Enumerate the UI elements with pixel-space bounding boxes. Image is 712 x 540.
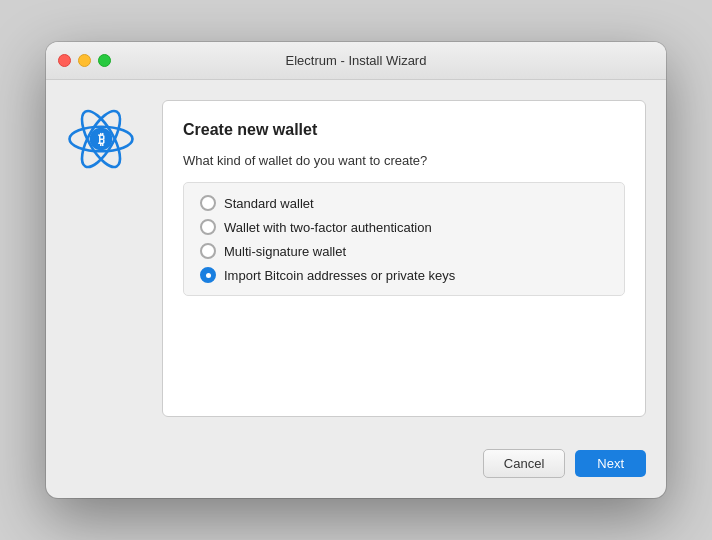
electrum-logo: ₿ bbox=[66, 104, 136, 174]
option-two-factor[interactable]: Wallet with two-factor authentication bbox=[200, 219, 608, 235]
option-import[interactable]: Import Bitcoin addresses or private keys bbox=[200, 267, 608, 283]
maximize-button[interactable] bbox=[98, 54, 111, 67]
content-area: ₿ Create new wallet What kind of wallet … bbox=[46, 80, 666, 437]
next-button[interactable]: Next bbox=[575, 450, 646, 477]
radio-two-factor[interactable] bbox=[200, 219, 216, 235]
logo-area: ₿ bbox=[66, 100, 146, 417]
option-standard-label: Standard wallet bbox=[224, 196, 314, 211]
minimize-button[interactable] bbox=[78, 54, 91, 67]
options-box: Standard wallet Wallet with two-factor a… bbox=[183, 182, 625, 296]
panel-question: What kind of wallet do you want to creat… bbox=[183, 153, 625, 168]
window-title: Electrum - Install Wizard bbox=[286, 53, 427, 68]
bottom-spacer bbox=[183, 296, 625, 396]
cancel-button[interactable]: Cancel bbox=[483, 449, 565, 478]
footer: Cancel Next bbox=[46, 437, 666, 498]
option-import-label: Import Bitcoin addresses or private keys bbox=[224, 268, 455, 283]
radio-multisig[interactable] bbox=[200, 243, 216, 259]
option-multisig-label: Multi-signature wallet bbox=[224, 244, 346, 259]
option-standard[interactable]: Standard wallet bbox=[200, 195, 608, 211]
main-panel: Create new wallet What kind of wallet do… bbox=[162, 100, 646, 417]
close-button[interactable] bbox=[58, 54, 71, 67]
traffic-lights bbox=[58, 54, 111, 67]
radio-import[interactable] bbox=[200, 267, 216, 283]
titlebar: Electrum - Install Wizard bbox=[46, 42, 666, 80]
panel-title: Create new wallet bbox=[183, 121, 625, 139]
radio-standard[interactable] bbox=[200, 195, 216, 211]
wizard-window: Electrum - Install Wizard ₿ Create new w… bbox=[46, 42, 666, 498]
option-multisig[interactable]: Multi-signature wallet bbox=[200, 243, 608, 259]
svg-text:₿: ₿ bbox=[98, 131, 105, 147]
option-two-factor-label: Wallet with two-factor authentication bbox=[224, 220, 432, 235]
